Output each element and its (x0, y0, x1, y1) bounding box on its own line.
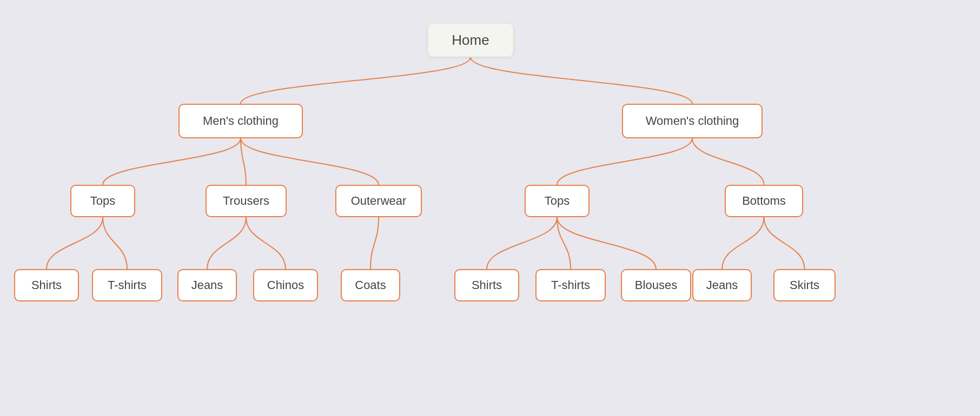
node-chinos: Chinos (253, 269, 318, 301)
node-tshirts_w: T-shirts (535, 269, 606, 301)
node-tshirts_m: T-shirts (92, 269, 162, 301)
node-womens_tops: Tops (525, 185, 590, 217)
node-shirts_w: Shirts (454, 269, 519, 301)
node-mens_tops: Tops (70, 185, 135, 217)
node-mens_outerwear: Outerwear (335, 185, 422, 217)
node-womens: Women's clothing (622, 104, 763, 138)
node-jeans_w: Jeans (692, 269, 752, 301)
connection-lines (0, 0, 980, 416)
node-skirts: Skirts (773, 269, 836, 301)
node-shirts_m: Shirts (14, 269, 79, 301)
node-home: Home (427, 23, 514, 57)
node-mens_trousers: Trousers (206, 185, 287, 217)
node-blouses: Blouses (621, 269, 691, 301)
node-mens: Men's clothing (178, 104, 303, 138)
node-coats: Coats (341, 269, 400, 301)
node-womens_bottoms: Bottoms (725, 185, 803, 217)
node-jeans_m: Jeans (177, 269, 237, 301)
tree-diagram: HomeMen's clothingWomen's clothingTopsTr… (0, 0, 980, 416)
